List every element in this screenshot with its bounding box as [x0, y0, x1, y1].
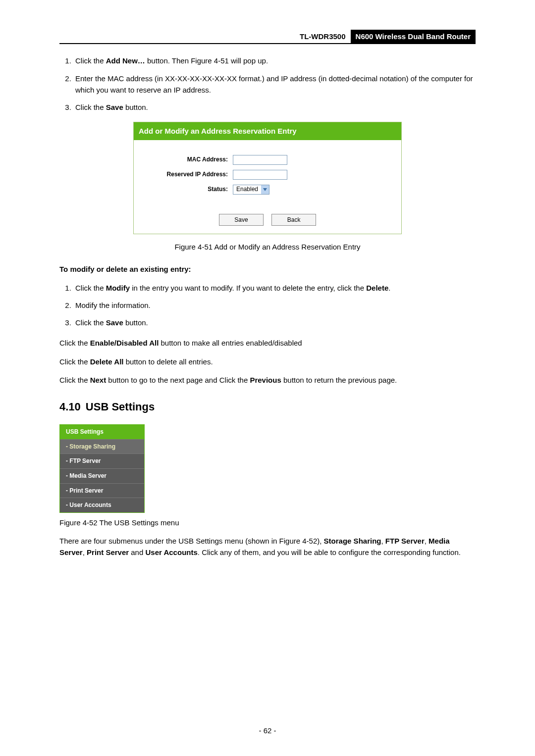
section-title: USB Settings — [86, 401, 155, 413]
t-bold: Modify — [106, 284, 130, 292]
menu-item-user-accounts[interactable]: - User Accounts — [60, 498, 144, 512]
t-pre: Click the — [59, 339, 90, 347]
reserved-ip-input[interactable] — [233, 170, 287, 180]
t-b1: Next — [90, 376, 107, 384]
t-b1: Storage Sharing — [324, 537, 381, 545]
document-page: TL-WDR3500 N600 Wireless Dual Band Route… — [0, 0, 535, 756]
delete-all-para: Click the Delete All button to delete al… — [59, 356, 476, 367]
t-s3: , — [83, 548, 87, 556]
next-prev-para: Click the Next button to go to the next … — [59, 374, 476, 386]
t-b4: Print Server — [87, 548, 129, 556]
header-description: N600 Wireless Dual Band Router — [351, 30, 476, 43]
page-header: TL-WDR3500 N600 Wireless Dual Band Route… — [59, 30, 476, 44]
list-item: Click the Save button. — [73, 101, 476, 113]
t-b2: Previous — [250, 376, 281, 384]
page-number: - 62 - — [0, 725, 535, 736]
usb-settings-menu: USB Settings - Storage Sharing - FTP Ser… — [59, 424, 145, 513]
t-pre: There are four submenus under the USB Se… — [59, 537, 324, 545]
section-number: 4.10 — [59, 401, 81, 413]
header-model: TL-WDR3500 — [295, 30, 351, 43]
menu-item-ftp-server[interactable]: - FTP Server — [60, 454, 144, 468]
t-post: . — [388, 284, 390, 292]
step-text: Modify the information. — [75, 301, 151, 309]
usb-description-para: There are four submenus under the USB Se… — [59, 535, 476, 558]
t-post: button to return the previous page. — [281, 376, 397, 384]
ip-label: Reserved IP Address: — [139, 170, 233, 179]
modify-steps-list: Click the Modify in the entry you want t… — [59, 282, 476, 329]
t-pre: Click the — [75, 284, 106, 292]
figure-51-caption: Figure 4-51 Add or Modify an Address Res… — [59, 241, 476, 252]
t-post: button. — [123, 318, 148, 327]
list-item: Click the Add New… button. Then Figure 4… — [73, 55, 476, 66]
mac-address-input[interactable] — [233, 155, 287, 165]
status-select[interactable]: Enabled — [233, 185, 269, 195]
panel-body: MAC Address: Reserved IP Address: Status… — [134, 140, 401, 206]
t-pre: Click the — [59, 357, 90, 366]
enable-all-para: Click the Enable/Disabled All button to … — [59, 337, 476, 349]
svg-marker-0 — [263, 188, 267, 191]
step-text-post: button. — [123, 103, 148, 111]
step-text-post: button. Then Figure 4-51 will pop up. — [145, 56, 268, 65]
step-text: Enter the MAC address (in XX-XX-XX-XX-XX… — [75, 74, 473, 94]
list-item: Click the Modify in the entry you want t… — [73, 282, 476, 294]
t-s4: and — [129, 548, 145, 556]
t-pre: Click the — [75, 318, 106, 327]
chevron-down-icon — [261, 185, 269, 194]
menu-title: USB Settings — [60, 425, 144, 439]
menu-item-media-server[interactable]: - Media Server — [60, 468, 144, 483]
t-bold2: Delete — [366, 284, 388, 292]
t-bold: Enable/Disabled All — [90, 339, 159, 347]
t-post: button to delete all entries. — [124, 357, 213, 366]
form-row-status: Status: Enabled — [139, 185, 396, 195]
section-heading: 4.10USB Settings — [59, 399, 476, 415]
form-row-mac: MAC Address: — [139, 155, 396, 165]
t-post: button to make all entries enabled/disab… — [159, 339, 302, 347]
step-text-bold: Save — [106, 103, 123, 111]
menu-item-storage-sharing[interactable]: - Storage Sharing — [60, 439, 144, 454]
t-s1: , — [381, 537, 385, 545]
menu-item-print-server[interactable]: - Print Server — [60, 483, 144, 498]
panel-button-row: Save Back — [134, 206, 401, 234]
t-bold: Delete All — [90, 357, 124, 366]
save-button[interactable]: Save — [219, 214, 264, 226]
t-s2: , — [425, 537, 428, 545]
figure-panel-51: Add or Modify an Address Reservation Ent… — [133, 122, 402, 234]
status-value: Enabled — [233, 185, 261, 194]
back-button[interactable]: Back — [271, 214, 316, 226]
t-mid: in the entry you want to modify. If you … — [130, 284, 366, 292]
status-label: Status: — [139, 185, 233, 194]
list-item: Click the Save button. — [73, 317, 476, 328]
form-row-ip: Reserved IP Address: — [139, 170, 396, 180]
t-mid: button to go to the next page and Click … — [106, 376, 250, 384]
step-text-pre: Click the — [75, 56, 106, 65]
list-item: Enter the MAC address (in XX-XX-XX-XX-XX… — [73, 73, 476, 96]
t-b5: User Accounts — [145, 548, 197, 556]
figure-52-caption: Figure 4-52 The USB Settings menu — [59, 517, 476, 528]
t-bold: Save — [106, 318, 123, 327]
step-text-pre: Click the — [75, 103, 106, 111]
add-steps-list: Click the Add New… button. Then Figure 4… — [59, 55, 476, 113]
header-inner: TL-WDR3500 N600 Wireless Dual Band Route… — [295, 30, 476, 43]
mac-label: MAC Address: — [139, 155, 233, 164]
t-post: . Click any of them, and you will be abl… — [198, 548, 461, 556]
modify-heading: To modify or delete an existing entry: — [59, 263, 476, 275]
step-text-bold: Add New… — [106, 56, 145, 65]
t-pre: Click the — [59, 376, 90, 384]
panel-title: Add or Modify an Address Reservation Ent… — [134, 122, 401, 140]
t-b2: FTP Server — [385, 537, 425, 545]
list-item: Modify the information. — [73, 300, 476, 311]
